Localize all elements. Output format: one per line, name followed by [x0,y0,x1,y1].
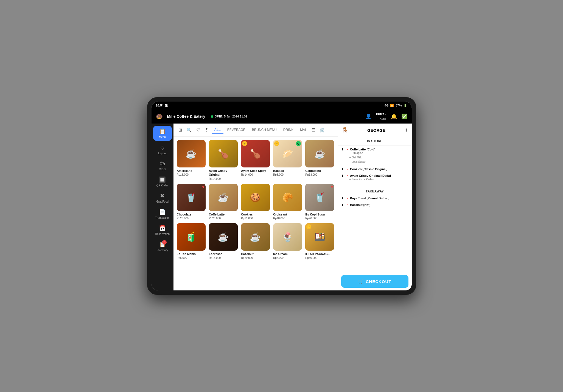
list-icon[interactable]: ☰ [310,126,317,134]
sync-icon[interactable]: ✅ [401,113,407,119]
sidebar-label-layout: Layout [158,152,166,155]
category-tabs: ⊞ 🔍 ♡ ⏱ ALL BEVERAGE BRUNCH MENU DRINK M… [173,124,338,137]
menu-item-img-cookies: 🍪 [241,184,270,211]
menu-item-img-ayam-stick: 🍗 ⚠️ [241,140,270,167]
user-name: Putra - [376,112,386,117]
section-divider [342,185,408,185]
menu-item-price-americano: Rp18.000 [177,173,206,176]
menu-item-iftar-package[interactable]: 🍱 ⚠️ IFTAR PACKAGE Rp50.000 [305,223,334,259]
restaurant-name: Mille Coffee & Eatery [167,114,205,119]
sidebar-item-order[interactable]: 🛍 Order [153,158,172,173]
menu-item-name-espresso: Espresso [209,252,238,256]
menu-item-price-ice-cream: Rp5.000 [273,256,302,259]
menu-item-americano[interactable]: ☕ Americano Rp18.000 [177,140,206,180]
menu-item-chocolate[interactable]: 🥤 ♥ Chocolate Rp23.000 [177,184,206,220]
qr-scan-icon[interactable]: ⊞ [177,126,184,134]
sidebar-item-grabfood[interactable]: ✖ GrabFood [153,190,172,205]
right-panel: 🪑 GEORGE ⬇ IN STORE 1 × Coffe Latte [Col… [338,124,412,290]
sidebar-item-inventory[interactable]: 📋 5 Inventory [153,239,172,254]
inventory-badge: 5 [162,240,167,245]
order-item-ayam-crispy[interactable]: 1 × Ayam Crispy Original [Dada] Saos Ext… [342,174,408,182]
menu-item-name-iftar-package: IFTAR PACKAGE [305,252,334,256]
favorites-icon[interactable]: ♡ [195,126,202,134]
menu-item-ice-cream[interactable]: 🍨 Ice Cream Rp5.000 [273,223,302,259]
menu-item-name-ice-cream: Ice Cream [273,252,302,256]
menu-item-name-croissant: Croissant [273,212,302,216]
menu-grid: ☕ Americano Rp18.000 🍗 Ayam Crispy Origi… [173,137,338,290]
sidebar-label-grabfood: GrabFood [156,200,169,203]
menu-item-hazelnut[interactable]: ☕ Hazelnut Rp20.000 [241,223,270,259]
notification-icon[interactable]: 🔔 [391,113,397,119]
tab-main[interactable]: MAI [297,126,309,134]
menu-item-coffe-latte[interactable]: ☕ Coffe Latte Rp25.000 [209,184,238,220]
menu-item-espresso[interactable]: ☕ Espresso Rp15.000 [209,223,238,259]
menu-item-img-espresso: ☕ [209,223,238,251]
menu-item-img-ayam-crispy: 🍗 [209,140,238,167]
sidebar-item-layout[interactable]: ◇ Layout [153,142,172,157]
menu-item-name-cappucino: Cappucino [305,169,334,173]
menu-item-ayam-crispy[interactable]: 🍗 Ayam Crispy Original Rp14.000 [209,140,238,180]
order-item-coffe-latte[interactable]: 1 × Coffe Latte [Cold] Ethiopian Oat Mil… [342,148,408,164]
tab-drink[interactable]: DRINK [281,126,296,134]
menu-item-price-es-kopi-susu: Rp20.000 [305,217,334,220]
user-icon[interactable]: 👤 [365,113,371,119]
menu-item-name-es-teh-manis: Es Teh Manis [177,252,206,256]
menu-item-price-cappucino: Rp18.000 [305,173,334,176]
clock-icon[interactable]: ⏱ [203,127,211,134]
sidebar-label-reservation: Reservation [155,233,170,236]
menu-item-es-kopi-susu[interactable]: 🥤 ♥ Es Kopi Susu Rp20.000 [305,184,334,220]
menu-item-img-ice-cream: 🍨 [273,223,302,251]
sidebar-label-transaction: Transaction [155,216,170,219]
menu-item-img-iftar-package: 🍱 ⚠️ [305,223,334,251]
menu-item-name-hazelnut: Hazelnut [241,252,270,256]
menu-item-name-ayam-stick: Ayam Stick Spicy [241,169,270,173]
menu-item-name-es-kopi-susu: Es Kopi Susu [305,212,334,216]
menu-item-price-espresso: Rp15.000 [209,256,238,259]
order-item-cookies[interactable]: 1 × Cookies [Classic Original] [342,167,408,171]
menu-item-img-hazelnut: ☕ [241,223,270,251]
heart-badge-es-kopi: ♥ [331,185,333,189]
order-item-kaya-toast[interactable]: 1 × Kaya Toast [Peanut Butter ] [342,197,408,200]
inventory-wrapper: 📋 5 [159,241,166,248]
menu-item-name-cookies: Cookies [241,212,270,216]
takeaway-title: TAKEAWAY [342,187,408,194]
menu-item-cookies[interactable]: 🍪 Cookies Rp11.000 [241,184,270,220]
menu-item-price-ayam-stick: Rp14.000 [241,173,270,176]
menu-item-price-iftar-package: Rp50.000 [305,256,334,259]
checkout-label: CHECKOUT [366,279,391,284]
menu-item-cappucino[interactable]: ☕ Cappucino Rp18.000 [305,140,334,180]
user-role: Kasir [376,117,386,121]
top-nav: 🍩 Mille Coffee & Eatery OPEN 5 Jun 2024 … [152,109,412,124]
menu-item-croissant[interactable]: 🥐 Croissant Rp18.000 [273,184,302,220]
menu-item-img-croissant: 🥐 [273,184,302,211]
order-item-hazelnut-hot[interactable]: 1 × Hazelnut [Hot] [342,203,408,206]
menu-item-price-cookies: Rp11.000 [241,217,270,220]
qrorder-icon: 🔲 [159,176,166,183]
app-logo: 🍩 [156,113,163,120]
tab-all[interactable]: ALL [212,126,223,134]
warning-badge-ayam-stick: ⚠️ [242,141,247,146]
menu-item-es-teh-manis[interactable]: 🧃 Es Teh Manis Rp6.000 [177,223,206,259]
grabfood-icon: ✖ [160,192,165,199]
menu-item-bakpao[interactable]: 🥟 ⚠️ ⏱ Bakpao Rp8.000 [273,140,302,180]
menu-item-ayam-stick[interactable]: 🍗 ⚠️ Ayam Stick Spicy Rp14.000 [241,140,270,180]
transaction-icon: 📄 [159,209,166,215]
cart-icon[interactable]: 🛒 [318,126,327,134]
tab-beverage[interactable]: BEVERAGE [225,126,248,134]
download-icon[interactable]: ⬇ [404,128,408,133]
menu-item-img-es-teh-manis: 🧃 [177,223,206,251]
sidebar-item-qrorder[interactable]: 🔲 QR Order [153,174,172,189]
checkout-button[interactable]: 🛒 CHECKOUT [341,275,408,288]
search-icon[interactable]: 🔍 [185,126,194,134]
user-info: Putra - Kasir [376,112,386,121]
tab-brunch[interactable]: BRUNCH MENU [249,126,279,134]
warning-badge-bakpao: ⚠️ [274,141,279,146]
sidebar-item-menu[interactable]: 📋 Menu [153,126,172,141]
menu-item-name-americano: Americano [177,169,206,173]
order-panel-header: 🪑 GEORGE ⬇ [338,124,412,137]
sidebar-label-qrorder: QR Order [156,184,168,187]
sidebar: 📋 Menu ◇ Layout 🛍 Order 🔲 QR Order ✖ [152,124,173,290]
sidebar-item-transaction[interactable]: 📄 Transaction [153,206,172,222]
sidebar-item-reservation[interactable]: 📅 Reservation [153,223,172,238]
table-icon: 🪑 [342,127,349,133]
